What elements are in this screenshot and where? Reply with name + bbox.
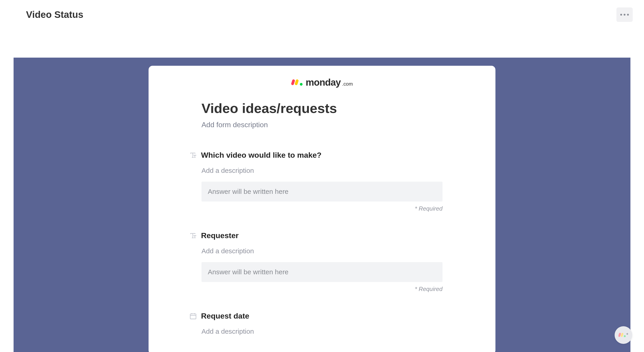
svg-point-2: [300, 83, 302, 86]
svg-rect-0: [291, 79, 295, 85]
question-description[interactable]: Add a description: [202, 167, 442, 174]
text-type-icon: [189, 151, 197, 159]
text-type-icon: [189, 232, 197, 240]
required-note: * Required: [202, 286, 442, 293]
svg-point-6: [624, 335, 626, 337]
logo-container: monday .com: [148, 77, 496, 88]
logo-text: monday: [306, 77, 341, 88]
question-description[interactable]: Add a description: [202, 328, 442, 335]
question-label[interactable]: Requester: [201, 231, 238, 240]
form-card: monday .com Video ideas/requests Add for…: [148, 66, 496, 352]
header-bar: Video Status: [0, 0, 644, 29]
question-description[interactable]: Add a description: [202, 247, 442, 255]
form-canvas: monday .com Video ideas/requests Add for…: [14, 58, 630, 352]
question-block[interactable]: Requester Add a description Answer will …: [202, 231, 442, 293]
svg-rect-3: [190, 314, 196, 319]
floating-action-button[interactable]: [614, 326, 632, 344]
more-options-button[interactable]: [616, 7, 633, 22]
question-block[interactable]: Request date Add a description: [202, 312, 442, 335]
monday-plus-icon: [618, 330, 628, 340]
svg-rect-4: [618, 333, 621, 337]
question-block[interactable]: Which video would like to make? Add a de…: [202, 151, 442, 212]
required-note: * Required: [202, 205, 442, 212]
logo-suffix: .com: [342, 78, 353, 87]
monday-logo-icon: [291, 78, 304, 86]
question-label[interactable]: Request date: [201, 312, 250, 320]
form-description[interactable]: Add form description: [202, 121, 442, 129]
monday-logo: monday .com: [291, 77, 353, 88]
svg-rect-5: [620, 333, 624, 337]
dots-icon: [620, 14, 622, 15]
form-title[interactable]: Video ideas/requests: [202, 100, 442, 116]
answer-input[interactable]: Answer will be written here: [202, 262, 442, 282]
page-title: Video Status: [26, 9, 84, 20]
question-label[interactable]: Which video would like to make?: [201, 151, 322, 159]
answer-input[interactable]: Answer will be written here: [202, 182, 442, 202]
svg-rect-1: [294, 79, 299, 85]
date-type-icon: [189, 312, 197, 320]
